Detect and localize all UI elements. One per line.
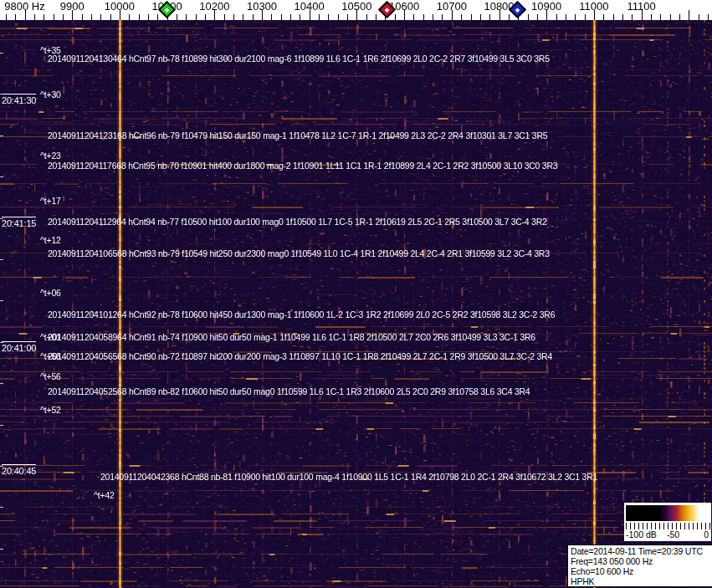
time-tick — [0, 549, 3, 550]
freq-tick — [537, 14, 538, 20]
colorbar-tick — [680, 523, 681, 529]
freq-tick — [603, 14, 604, 20]
time-tick — [0, 466, 3, 467]
freq-tick — [471, 14, 472, 20]
info-station: HPHK — [571, 576, 712, 586]
time-offset-mark: ^t+17 — [40, 196, 61, 206]
freq-axis-label: 11000 — [579, 0, 608, 13]
color-gradient — [626, 505, 709, 521]
time-label: 20:41:15 — [2, 217, 36, 228]
colorbar-tick — [689, 523, 689, 529]
freq-tick — [585, 14, 586, 20]
freq-tick — [679, 14, 680, 20]
freq-tick — [271, 14, 272, 20]
freq-tick — [347, 14, 348, 20]
detection-line: 20140911204130464 hCnt97 nb-78 f10899 hi… — [48, 54, 550, 64]
time-tick — [0, 300, 3, 301]
freq-tick — [566, 14, 566, 20]
freq-tick — [54, 14, 54, 20]
detection-line: 20140911204052568 hCnt89 nb-82 f10600 hi… — [48, 386, 530, 396]
freq-tick — [338, 14, 339, 20]
detection-line: 20140911204123168 hCnt96 nb-79 f10479 hi… — [48, 130, 547, 141]
info-date-time: Date=2014-09-11 Time=20:39 UTC — [571, 546, 712, 556]
freq-axis-label: 9900 — [60, 0, 85, 13]
frequency-axis: 9800 Hz990010000101001020010300104001050… — [0, 0, 712, 20]
freq-tick — [139, 14, 140, 20]
detection-line: 20140911204101264 hCnt92 nb-78 f10600 hi… — [48, 309, 555, 320]
freq-tick — [528, 14, 529, 20]
freq-tick — [489, 14, 490, 20]
freq-tick — [243, 14, 243, 20]
freq-tick — [575, 14, 576, 20]
detection-line: 20140911204117668 hCnt95 nb-70 f10901 hi… — [48, 161, 557, 171]
color-scale: -100 dB -50 0 — [624, 503, 711, 541]
detection-line: 20140911204112964 hCnt94 nb-77 f10500 hi… — [48, 217, 547, 227]
detection-line: 20140911204042368 hCnt88 nb-81 f10900 hi… — [100, 472, 597, 482]
colorbar-tick — [647, 523, 648, 529]
freq-tick — [708, 14, 709, 20]
freq-axis-label: 10400 — [295, 0, 325, 13]
time-offset-mark: ^t+01 — [40, 332, 61, 342]
colorbar-tick — [634, 523, 635, 529]
marker-blue-dot — [515, 8, 520, 13]
colorbar-tick — [638, 523, 639, 529]
freq-tick — [509, 14, 510, 20]
colorbar-tick — [684, 523, 685, 529]
info-box: Date=2014-09-11 Time=20:39 UTC Freq=143 … — [567, 545, 712, 587]
meteor-echo-spectrogram-app: 20:41:3020:41:1520:41:0020:40:4520140911… — [0, 0, 712, 588]
freq-tick — [319, 14, 320, 20]
colorbar-tick — [643, 523, 643, 529]
time-tick — [0, 342, 3, 343]
freq-tick — [91, 14, 92, 20]
time-tick — [0, 94, 3, 95]
freq-tick — [660, 14, 661, 20]
time-offset-mark: ^t+58 — [40, 351, 61, 361]
freq-tick — [100, 14, 101, 20]
freq-tick — [423, 14, 424, 20]
time-tick — [0, 176, 3, 177]
freq-tick — [148, 14, 149, 20]
freq-tick — [433, 14, 433, 20]
time-tick — [0, 259, 3, 260]
colorbar-tick — [693, 523, 694, 529]
freq-tick — [461, 14, 462, 20]
freq-tick — [689, 10, 689, 20]
freq-tick — [82, 14, 83, 20]
time-overlay: 20:41:3020:41:1520:41:0020:40:4520140911… — [0, 0, 712, 588]
colorbar-tick — [676, 523, 677, 529]
colorbar-tick — [651, 523, 652, 529]
freq-tick — [670, 14, 671, 20]
marker-red-dot — [385, 8, 390, 13]
freq-tick — [281, 14, 282, 20]
colorbar-tick — [705, 523, 706, 529]
freq-tick — [63, 14, 64, 20]
time-offset-mark: ^t+56 — [40, 371, 61, 381]
time-tick — [0, 53, 3, 54]
time-tick — [0, 135, 3, 136]
freq-tick — [224, 14, 225, 20]
freq-axis-label: 10700 — [437, 0, 467, 13]
colorbar-tick — [655, 523, 656, 529]
time-label: 20:40:45 — [2, 464, 36, 476]
freq-axis-label: 10500 — [341, 0, 371, 13]
freq-tick — [480, 14, 481, 20]
freq-tick — [15, 14, 16, 20]
freq-tick — [699, 14, 699, 20]
freq-tick — [253, 14, 254, 20]
freq-tick — [196, 14, 197, 20]
colorbar-tick — [668, 523, 668, 529]
freq-tick — [205, 14, 206, 20]
colorbar-tick — [630, 523, 631, 529]
colorbar-tick — [701, 523, 702, 529]
marker-green-dot — [165, 8, 170, 13]
freq-tick — [366, 14, 367, 20]
freq-tick — [177, 14, 177, 20]
freq-axis-label: 10200 — [199, 0, 229, 13]
freq-tick — [129, 14, 130, 20]
colorbar-label-mid: -50 — [667, 529, 679, 539]
colorbar-tick — [663, 523, 664, 529]
freq-tick — [233, 14, 234, 20]
freq-tick — [186, 14, 187, 20]
time-label: 20:41:00 — [2, 341, 36, 353]
time-tick — [0, 383, 3, 384]
